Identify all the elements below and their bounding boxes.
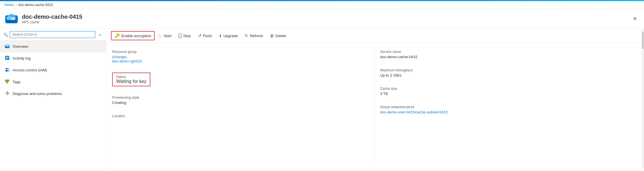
svg-point-20 [7, 94, 7, 95]
resource-header: doc-demo-cache-0415 HPC cache ✕ [0, 9, 644, 29]
upgrade-button[interactable]: ⬇ Upgrade [216, 32, 241, 39]
svg-rect-11 [6, 58, 9, 58]
svg-point-19 [6, 81, 8, 83]
virtual-network-label: Virtual network/subnet [380, 105, 630, 109]
breadcrumb-home[interactable]: Home [5, 3, 14, 7]
svg-point-14 [8, 68, 9, 70]
stop-icon: □ [179, 33, 182, 38]
service-name-detail: Service name doc-demo-cache-0415 [380, 48, 636, 61]
delete-button[interactable]: 🗑 Delete [267, 32, 289, 39]
upgrade-label: Upgrade [223, 34, 238, 38]
location-label: Location [112, 114, 357, 118]
max-throughput-label: Maximum throughput [380, 68, 630, 72]
start-label: Start [164, 34, 171, 38]
svg-point-16 [7, 70, 9, 71]
breadcrumb: Home › doc-demo-cache-0415 [0, 1, 644, 9]
resource-subtitle: HPC cache [22, 20, 82, 24]
cache-size-label: Cache size [380, 87, 630, 91]
scrollbar-track[interactable] [642, 29, 644, 168]
flush-button[interactable]: ↺ Flush [195, 32, 215, 40]
resource-group-value[interactable]: doc-demo-rg0415 [112, 59, 142, 63]
access-control-icon [5, 67, 10, 73]
cache-size-detail: Cache size 3 TB [380, 84, 636, 98]
stop-label: Stop [183, 34, 191, 38]
activity-log-label: Activity log [13, 56, 30, 60]
breadcrumb-current: doc-demo-cache-0415 [18, 3, 53, 7]
resource-group-label: Resource group [112, 50, 357, 54]
search-input[interactable] [10, 31, 95, 38]
max-throughput-detail: Maximum throughput Up to 2 GB/s [380, 66, 636, 80]
status-value: Waiting for key [116, 79, 146, 84]
provisioning-label: Provisioning state [112, 96, 357, 100]
enable-encryption-label: Enable encryption [121, 34, 151, 38]
virtual-network-detail: Virtual network/subnet doc-demo-vnet-041… [380, 103, 636, 117]
resource-icon [5, 12, 18, 26]
close-button[interactable]: ✕ [630, 15, 639, 22]
nav-diagnose[interactable]: Diagnose and solve problems [0, 88, 106, 100]
svg-rect-4 [7, 20, 16, 23]
start-icon: ▷ [159, 33, 162, 38]
svg-point-3 [11, 17, 16, 20]
svg-point-7 [5, 45, 7, 47]
activity-log-icon [5, 55, 10, 61]
main-layout: 🔍 « Overview [0, 29, 644, 168]
resource-group-detail: Resource group (change) doc-demo-rg0415 [112, 48, 363, 66]
nav-activity-log[interactable]: Activity log [0, 52, 106, 64]
flush-icon: ↺ [198, 33, 202, 38]
tags-label: Tags [13, 80, 20, 84]
flush-label: Flush [203, 34, 212, 38]
status-label: Status [116, 75, 146, 79]
overview-icon [5, 43, 10, 50]
stop-button[interactable]: □ Stop [176, 32, 194, 39]
resource-title: doc-demo-cache-0415 [22, 14, 82, 20]
overview-label: Overview [13, 44, 28, 49]
refresh-label: Refresh [250, 34, 263, 38]
nav-overview[interactable]: Overview [0, 41, 106, 52]
refresh-icon: ↻ [245, 33, 248, 38]
provisioning-value: Creating [112, 100, 357, 105]
delete-label: Delete [275, 34, 286, 38]
search-icon: 🔍 [3, 33, 8, 37]
collapse-button[interactable]: « [97, 32, 103, 37]
cache-size-value: 3 TB [380, 92, 630, 96]
location-detail: Location [112, 112, 363, 121]
svg-point-8 [7, 45, 9, 47]
details-grid: Resource group (change) doc-demo-rg0415 … [106, 43, 642, 168]
tags-icon [5, 79, 10, 85]
upgrade-icon: ⬇ [219, 34, 222, 38]
scrollbar-thumb[interactable] [642, 32, 644, 49]
access-control-label: Access control (IAM) [13, 68, 47, 72]
svg-rect-12 [6, 58, 8, 59]
sidebar: 🔍 « Overview [0, 29, 106, 168]
breadcrumb-sep: › [16, 3, 17, 7]
start-button[interactable]: ▷ Start [156, 32, 174, 40]
max-throughput-value: Up to 2 GB/s [380, 73, 630, 77]
content-area: 🔑 Enable encryption ▷ Start □ Stop ↺ Flu… [106, 29, 642, 168]
provisioning-detail: Provisioning state Creating [112, 93, 363, 107]
diagnose-label: Diagnose and solve problems [13, 92, 62, 96]
toolbar: 🔑 Enable encryption ▷ Start □ Stop ↺ Flu… [106, 29, 642, 43]
nav-tags[interactable]: Tags [0, 76, 106, 88]
search-bar: 🔍 « [0, 29, 106, 41]
diagnose-icon [5, 91, 10, 97]
key-icon: 🔑 [114, 33, 120, 38]
svg-rect-10 [6, 57, 9, 57]
enable-encryption-button[interactable]: 🔑 Enable encryption [111, 31, 155, 40]
svg-point-13 [6, 68, 7, 70]
service-name-value: doc-demo-cache-0415 [380, 55, 630, 59]
service-name-label: Service name [380, 50, 630, 54]
nav-access-control[interactable]: Access control (IAM) [0, 64, 106, 76]
status-detail: Status Waiting for key [112, 70, 363, 89]
delete-icon: 🗑 [270, 33, 274, 38]
resource-group-change-link[interactable]: change [113, 55, 126, 59]
virtual-network-value[interactable]: doc-demo-vnet-0415/cache-subnet-0415 [380, 110, 448, 114]
refresh-button[interactable]: ↻ Refresh [242, 32, 266, 40]
